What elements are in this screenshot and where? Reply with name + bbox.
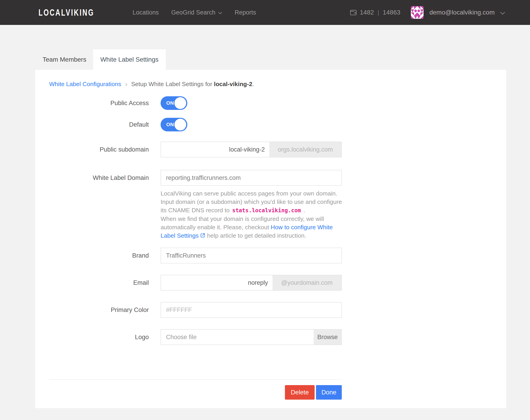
logo-row: Logo Choose file Browse xyxy=(49,329,342,345)
breadcrumb-current-text: Setup White Label Settings for xyxy=(131,81,214,88)
file-input-placeholder: Choose file xyxy=(161,330,314,345)
external-link-icon xyxy=(200,233,206,238)
user-email[interactable]: demo@localviking.com xyxy=(429,9,495,16)
help-text: help article to get detailed instruction… xyxy=(206,232,306,239)
toggle-knob xyxy=(174,119,186,131)
credits-left-value: 1482 xyxy=(360,9,374,16)
breadcrumb-org-name: local-viking-2 xyxy=(214,81,252,88)
footer-divider xyxy=(49,379,342,380)
primary-color-input[interactable] xyxy=(161,302,342,318)
public-subdomain-label: Public subdomain xyxy=(49,142,149,157)
credits-right-value: 14863 xyxy=(383,9,400,16)
nav-item-locations[interactable]: Locations xyxy=(132,9,159,16)
form-actions: Delete Done xyxy=(49,385,342,400)
public-subdomain-input[interactable] xyxy=(161,142,269,157)
done-button[interactable]: Done xyxy=(316,385,342,400)
nav-item-label: GeoGrid Search xyxy=(171,9,215,16)
nav-item-label: Locations xyxy=(132,9,159,16)
email-addon: @yourdomain.com xyxy=(272,275,341,290)
brand-row: Brand xyxy=(49,248,342,263)
white-label-settings-panel: White Label Configurations › Setup White… xyxy=(35,70,506,408)
browse-button[interactable]: Browse xyxy=(314,330,341,345)
chevron-down-icon xyxy=(500,12,505,15)
nav-item-geogrid-search[interactable]: GeoGrid Search xyxy=(171,9,222,16)
email-label: Email xyxy=(49,275,149,291)
chevron-down-icon xyxy=(218,12,222,14)
toggle-state-label: ON xyxy=(166,122,174,128)
nav-item-reports[interactable]: Reports xyxy=(235,9,256,16)
breadcrumb: White Label Configurations › Setup White… xyxy=(49,81,342,88)
credits-counter: 1482 | 14863 xyxy=(350,9,400,16)
public-access-toggle[interactable]: ON xyxy=(161,96,187,110)
wallet-icon xyxy=(350,9,357,16)
white-label-domain-row: White Label Domain LocalViking can serve… xyxy=(49,170,342,240)
white-label-domain-help: LocalViking can serve public access page… xyxy=(161,189,343,240)
brand-label: Brand xyxy=(49,248,149,263)
tab-white-label-settings[interactable]: White Label Settings xyxy=(93,49,166,70)
settings-tabs: Team Members White Label Settings xyxy=(36,49,530,70)
logo-file-input[interactable]: Choose file Browse xyxy=(161,329,342,345)
white-label-domain-input[interactable] xyxy=(161,170,342,186)
nav-item-label: Reports xyxy=(235,9,256,16)
breadcrumb-link-configurations[interactable]: White Label Configurations xyxy=(49,81,121,88)
breadcrumb-current: Setup White Label Settings for local-vik… xyxy=(131,81,254,88)
brand-input[interactable] xyxy=(161,248,342,263)
primary-color-label: Primary Color xyxy=(49,302,149,318)
toggle-knob xyxy=(174,97,186,109)
default-label: Default xyxy=(49,118,149,131)
delete-button[interactable]: Delete xyxy=(285,385,315,400)
help-text: . xyxy=(302,207,305,214)
navbar-right: 1482 | 14863 xyxy=(350,6,505,19)
email-row: Email @yourdomain.com xyxy=(49,275,342,291)
public-subdomain-row: Public subdomain orgs.localviking.com xyxy=(49,142,342,157)
default-row: Default ON xyxy=(49,118,342,131)
breadcrumb-current-suffix: . xyxy=(252,81,254,88)
credits-separator: | xyxy=(378,9,379,16)
tab-team-members[interactable]: Team Members xyxy=(36,49,93,70)
toggle-state-label: ON xyxy=(166,100,174,106)
nav-links: Locations GeoGrid Search Reports xyxy=(120,9,256,16)
public-access-row: Public Access ON xyxy=(49,96,342,110)
white-label-domain-label: White Label Domain xyxy=(49,170,149,186)
public-access-label: Public Access xyxy=(49,96,149,110)
default-toggle[interactable]: ON xyxy=(161,118,187,131)
public-subdomain-group: orgs.localviking.com xyxy=(161,142,342,157)
identicon-avatar xyxy=(411,6,424,19)
cname-target-code: stats.localviking.com xyxy=(231,207,302,214)
public-subdomain-addon: orgs.localviking.com xyxy=(269,142,341,157)
primary-color-row: Primary Color xyxy=(49,302,342,318)
navbar: LOCALVIKING Locations GeoGrid Search Rep… xyxy=(0,0,530,25)
email-input[interactable] xyxy=(161,275,272,290)
logo-label: Logo xyxy=(49,329,149,345)
breadcrumb-separator: › xyxy=(125,81,127,88)
app-logo[interactable]: LOCALVIKING xyxy=(39,7,94,18)
email-group: @yourdomain.com xyxy=(161,275,342,291)
avatar[interactable] xyxy=(411,6,424,19)
